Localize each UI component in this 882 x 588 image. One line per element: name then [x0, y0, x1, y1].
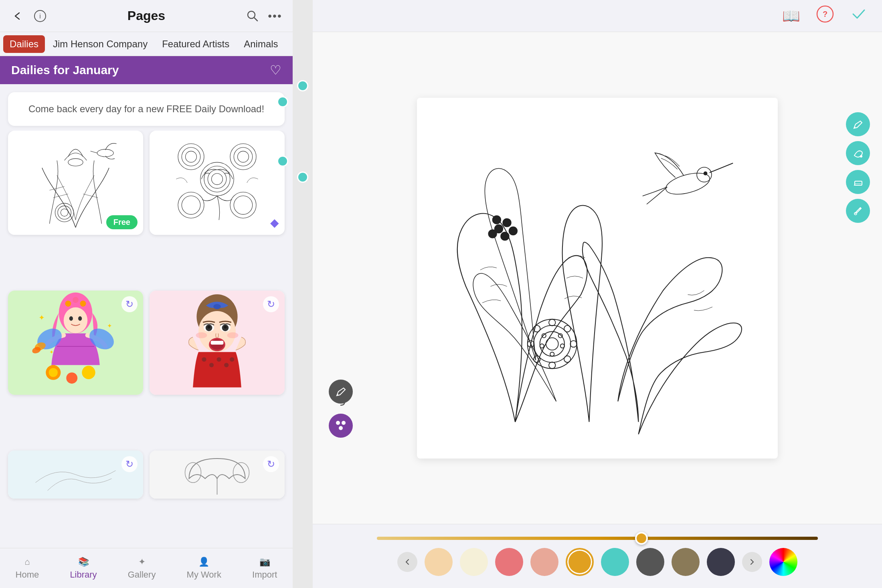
nav-import[interactable]: 📷 Import	[246, 554, 283, 583]
color-swatch-tan[interactable]	[672, 548, 700, 576]
tab-butterflies[interactable]: Butterflies	[286, 35, 293, 53]
gallery-label: Gallery	[128, 570, 156, 580]
svg-point-101	[342, 421, 346, 425]
color-swatch-light-salmon[interactable]	[530, 548, 558, 576]
color-prev-button[interactable]	[397, 552, 417, 572]
daily-banner: Come back every day for a new FREE Daily…	[8, 92, 285, 126]
image-grid: Free	[0, 131, 293, 548]
color-swatch-peach[interactable]	[425, 548, 453, 576]
svg-point-45	[213, 304, 221, 309]
section-title: Dailies for January	[11, 63, 119, 77]
color-next-button[interactable]	[742, 552, 762, 572]
image-card-1[interactable]: Free	[8, 131, 143, 235]
svg-point-94	[501, 232, 509, 240]
color-swatch-salmon[interactable]	[495, 548, 523, 576]
refresh-badge-5[interactable]: ↻	[121, 456, 138, 472]
help-icon[interactable]: ?	[816, 5, 834, 26]
pencil-tool[interactable]	[846, 112, 870, 136]
nav-library[interactable]: 📚 Library	[63, 554, 103, 583]
right-toolbar	[846, 112, 870, 223]
tab-dailies[interactable]: Dailies	[3, 35, 45, 53]
tab-featured-artists[interactable]: Featured Artists	[156, 35, 236, 53]
scrollbar-area	[293, 0, 313, 588]
svg-point-49	[207, 325, 210, 328]
category-tabs: Dailies Jim Henson Company Featured Arti…	[0, 32, 293, 56]
nav-gallery[interactable]: ✦ Gallery	[121, 554, 162, 583]
color-swatch-teal[interactable]	[601, 548, 629, 576]
coloring-canvas[interactable]	[417, 98, 778, 459]
check-icon[interactable]	[850, 5, 868, 26]
color-slider-row	[337, 537, 858, 540]
scrollbar-indicator-2[interactable]	[297, 172, 308, 183]
scroll-dot-1	[277, 96, 288, 107]
canvas-area	[313, 32, 882, 524]
pencil-mode-button[interactable]	[329, 380, 353, 404]
color-swatches-row	[337, 548, 858, 576]
svg-rect-9	[161, 131, 273, 235]
book-icon[interactable]: 📖	[782, 8, 800, 24]
color-wheel[interactable]	[769, 548, 797, 576]
nav-right: •••	[245, 8, 283, 24]
svg-point-35	[49, 368, 58, 377]
tab-jim-henson[interactable]: Jim Henson Company	[47, 35, 154, 53]
color-swatch-dark-gray[interactable]	[636, 548, 664, 576]
image-card-4[interactable]: ↻	[150, 291, 285, 395]
image-card-2[interactable]: ◆	[150, 131, 285, 235]
free-badge: Free	[106, 215, 138, 229]
svg-point-36	[66, 372, 77, 384]
svg-point-27	[69, 316, 73, 321]
svg-point-57	[209, 363, 214, 367]
import-icon: 📷	[259, 557, 270, 567]
svg-point-61	[196, 332, 207, 338]
color-swatch-cream[interactable]	[460, 548, 488, 576]
scroll-dot-2	[277, 156, 288, 167]
svg-point-30	[73, 297, 79, 303]
import-label: Import	[252, 570, 277, 580]
color-swatch-orange[interactable]	[566, 548, 594, 576]
svg-point-28	[78, 316, 82, 321]
svg-point-100	[336, 421, 340, 425]
heart-icon[interactable]: ♡	[270, 63, 281, 78]
image-card-3[interactable]: ✦ ✦ ✦ ↻	[8, 291, 143, 395]
back-button[interactable]	[10, 8, 26, 24]
scroll-indicators	[273, 80, 293, 540]
mywork-label: My Work	[187, 570, 221, 580]
image-card-5[interactable]: ↻	[8, 451, 143, 499]
svg-point-97	[860, 155, 862, 158]
svg-point-26	[64, 307, 87, 333]
palette-button[interactable]	[329, 414, 353, 438]
right-top-bar: 📖 ?	[313, 0, 882, 32]
nav-left: i	[10, 8, 48, 24]
image-card-6[interactable]: ↻	[150, 451, 285, 499]
color-swatch-navy[interactable]	[707, 548, 735, 576]
banner-text: Come back every day for a new FREE Daily…	[28, 103, 264, 114]
color-slider-track[interactable]	[377, 537, 818, 540]
search-button[interactable]	[245, 8, 261, 24]
fill-tool[interactable]	[846, 141, 870, 165]
nav-home[interactable]: ⌂ Home	[9, 554, 46, 583]
svg-point-93	[509, 226, 518, 235]
svg-point-92	[503, 218, 511, 227]
svg-rect-70	[433, 114, 762, 443]
nav-mywork[interactable]: 👤 My Work	[180, 554, 228, 583]
library-label: Library	[70, 570, 97, 580]
refresh-badge-3[interactable]: ↻	[121, 296, 138, 312]
svg-point-58	[217, 357, 221, 362]
svg-point-31	[80, 301, 86, 307]
eraser-tool[interactable]	[846, 170, 870, 194]
svg-rect-98	[855, 181, 862, 185]
info-icon[interactable]: i	[32, 8, 48, 24]
more-options-button[interactable]: •••	[267, 8, 283, 24]
svg-point-62	[227, 332, 239, 338]
tab-animals[interactable]: Animals	[237, 35, 284, 53]
svg-point-37	[82, 366, 95, 379]
color-slider-thumb[interactable]	[635, 532, 648, 545]
svg-rect-55	[211, 341, 224, 344]
svg-point-102	[339, 426, 343, 430]
page-title: Pages	[127, 8, 165, 23]
section-header: Dailies for January ♡	[0, 56, 293, 84]
right-panel: 📖 ?	[313, 0, 882, 588]
eyedropper-tool[interactable]	[846, 199, 870, 223]
scrollbar-indicator-1[interactable]	[297, 80, 308, 91]
home-icon: ⌂	[24, 557, 30, 567]
